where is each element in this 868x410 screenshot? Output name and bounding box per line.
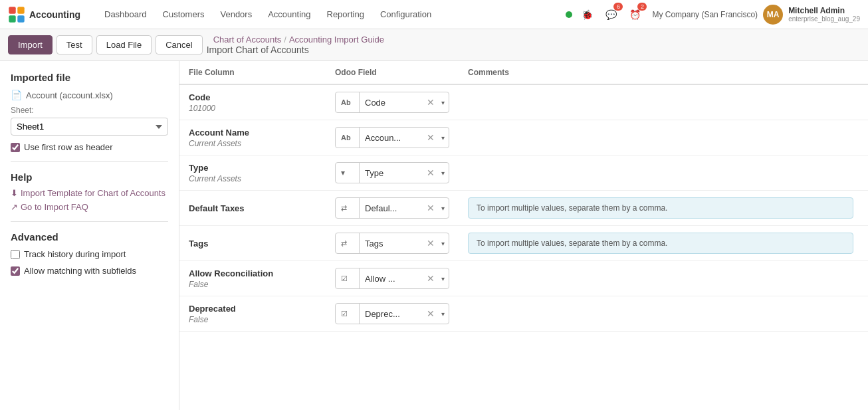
field-name: Type — [360, 168, 424, 178]
debug-icon[interactable]: 🐞 — [578, 5, 596, 24]
field-dropdown-button[interactable]: ▾ — [437, 275, 449, 282]
sheet-label: Sheet: — [11, 106, 168, 115]
field-selector[interactable]: Ab Code ✕ ▾ — [335, 92, 449, 113]
field-clear-button[interactable]: ✕ — [424, 97, 437, 108]
field-type-icon: ⇄ — [336, 233, 360, 253]
type-icon-check: ☑ — [341, 310, 348, 318]
field-clear-button[interactable]: ✕ — [424, 238, 437, 249]
allow-matching-checkbox[interactable] — [11, 266, 20, 276]
field-name: Accoun... — [360, 133, 424, 143]
row-col-name: Tags — [189, 239, 316, 249]
type-icon-list: ▾ — [341, 168, 345, 177]
row-col-name: Code — [189, 92, 316, 102]
user-info: Mitchell Admin enterprise_blog_aug_29 — [788, 6, 860, 23]
app-logo[interactable]: Accounting — [8, 6, 91, 23]
help-title: Help — [11, 171, 168, 183]
row-col-value: Current Assets — [189, 174, 316, 183]
import-template-label: Import Template for Chart of Accounts — [21, 188, 165, 198]
field-dropdown-button[interactable]: ▾ — [437, 99, 449, 106]
field-dropdown-button[interactable]: ▾ — [437, 310, 449, 318]
use-header-row: Use first row as header — [11, 142, 168, 152]
row-col-value: False — [189, 280, 316, 289]
field-type-icon: ☑ — [336, 268, 360, 288]
import-button[interactable]: Import — [8, 35, 53, 54]
allow-matching-label: Allow matching with subfields — [24, 266, 136, 276]
nav-dashboard[interactable]: Dashboard — [96, 0, 155, 29]
messaging-icon[interactable]: 💬 6 — [601, 5, 620, 24]
field-dropdown-button[interactable]: ▾ — [437, 205, 449, 212]
row-col-name: Type — [189, 163, 316, 173]
file-info: 📄 Account (account.xlsx) — [11, 90, 168, 100]
field-clear-button[interactable]: ✕ — [424, 132, 437, 143]
user-subtitle: enterprise_blog_aug_29 — [788, 15, 860, 23]
field-selector[interactable]: Ab Accoun... ✕ ▾ — [335, 127, 449, 148]
activity-icon[interactable]: ⏰ 2 — [625, 5, 644, 24]
type-icon-ab: Ab — [341, 98, 351, 106]
field-type-icon: ⇄ — [336, 198, 360, 218]
user-name: Mitchell Admin — [788, 6, 860, 15]
row-col-value: False — [189, 315, 316, 324]
cancel-button[interactable]: Cancel — [156, 35, 202, 54]
action-bar: Import Test Load File Cancel Chart of Ac… — [0, 29, 868, 61]
comment-box: To import multiple values, separate them… — [468, 233, 853, 254]
field-selector[interactable]: ⇄ Defaul... ✕ ▾ — [335, 197, 449, 219]
comment-box: To import multiple values, separate them… — [468, 197, 853, 219]
field-clear-button[interactable]: ✕ — [424, 273, 437, 284]
field-selector[interactable]: ⇄ Tags ✕ ▾ — [335, 233, 449, 254]
nav-accounting[interactable]: Accounting — [260, 0, 318, 29]
divider-2 — [11, 221, 168, 222]
field-type-icon: Ab — [336, 128, 360, 148]
field-name: Tags — [360, 239, 424, 249]
app-name: Accounting — [29, 9, 80, 20]
svg-rect-3 — [17, 15, 24, 22]
table-row: Deprecated False ☑ Deprec... ✕ ▾ — [179, 296, 868, 332]
field-clear-button[interactable]: ✕ — [424, 203, 437, 213]
svg-rect-2 — [9, 15, 15, 22]
field-name: Deprec... — [360, 309, 424, 319]
breadcrumb-chart-accounts[interactable]: Chart of Accounts — [213, 35, 282, 45]
type-icon-m2m: ⇄ — [341, 239, 347, 248]
breadcrumb-import-guide[interactable]: Accounting Import Guide — [289, 35, 384, 45]
field-selector[interactable]: ▾ Type ✕ ▾ — [335, 162, 449, 183]
external-link-icon: ↗ — [11, 202, 18, 212]
field-dropdown-button[interactable]: ▾ — [437, 134, 449, 142]
field-name: Allow ... — [360, 274, 424, 284]
track-history-checkbox[interactable] — [11, 250, 20, 259]
sheet-select[interactable]: Sheet1 — [11, 118, 168, 136]
nav-configuration[interactable]: Configuration — [372, 0, 439, 29]
track-history-row: Track history during import — [11, 249, 168, 259]
activity-badge: 2 — [637, 3, 647, 11]
field-dropdown-button[interactable]: ▾ — [437, 169, 449, 177]
import-table: File Column Odoo Field Comments Code 101… — [179, 61, 868, 332]
import-template-link[interactable]: ⬇ Import Template for Chart of Accounts — [11, 188, 168, 198]
use-header-checkbox[interactable] — [11, 143, 20, 152]
field-clear-button[interactable]: ✕ — [424, 167, 437, 178]
nav-vendors[interactable]: Vendors — [212, 0, 260, 29]
svg-rect-0 — [9, 7, 15, 13]
download-icon: ⬇ — [11, 188, 18, 198]
company-name: My Company (San Francisco) — [652, 10, 758, 19]
field-type-icon: ▾ — [336, 163, 360, 183]
go-to-faq-link[interactable]: ↗ Go to Import FAQ — [11, 202, 168, 212]
nav-customers[interactable]: Customers — [155, 0, 213, 29]
field-type-icon: ☑ — [336, 304, 360, 324]
field-selector[interactable]: ☑ Allow ... ✕ ▾ — [335, 268, 449, 289]
nav-reporting[interactable]: Reporting — [319, 0, 372, 29]
track-history-label: Track history during import — [24, 249, 126, 259]
field-clear-button[interactable]: ✕ — [424, 308, 437, 319]
sidebar: Imported file 📄 Account (account.xlsx) S… — [0, 61, 179, 410]
avatar[interactable]: MA — [763, 5, 783, 25]
divider-1 — [11, 161, 168, 162]
main-layout: Imported file 📄 Account (account.xlsx) S… — [0, 61, 868, 410]
breadcrumb: Chart of Accounts / Accounting Import Gu… — [213, 35, 384, 45]
top-nav: Accounting Dashboard Customers Vendors A… — [0, 0, 868, 29]
test-button[interactable]: Test — [56, 35, 92, 54]
col-header-odoo: Odoo Field — [326, 61, 459, 84]
row-col-name: Default Taxes — [189, 203, 316, 213]
use-header-label: Use first row as header — [24, 142, 113, 152]
field-dropdown-button[interactable]: ▾ — [437, 240, 449, 247]
field-selector[interactable]: ☑ Deprec... ✕ ▾ — [335, 303, 449, 324]
table-row: Account Name Current Assets Ab Accoun...… — [179, 120, 868, 155]
load-file-button[interactable]: Load File — [96, 35, 152, 54]
type-icon-ab: Ab — [341, 134, 351, 142]
